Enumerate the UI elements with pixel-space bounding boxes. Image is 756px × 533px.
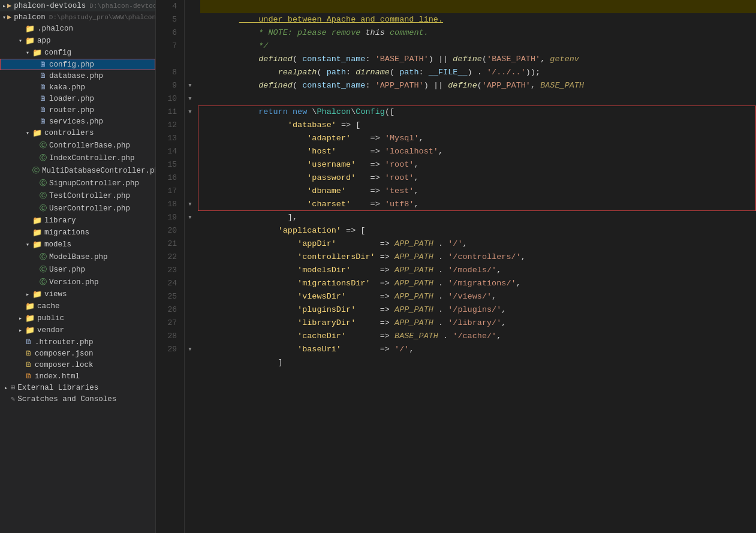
sidebar-label: database.php	[49, 72, 103, 80]
sidebar-item-external-libraries[interactable]: ⊞ External Libraries	[0, 382, 155, 393]
sidebar-item-library[interactable]: 📁 library	[0, 215, 155, 227]
folder-icon: 📁	[25, 314, 35, 323]
tree-arrow-icon	[24, 130, 31, 137]
sidebar-item-database-php[interactable]: 🗎 database.php	[0, 70, 155, 82]
project-icon: ▶	[7, 1, 11, 10]
tree-arrow-icon	[2, 384, 10, 392]
tree-arrow-icon	[2, 2, 6, 10]
sidebar-item-models[interactable]: 📁 models	[0, 239, 155, 251]
sidebar-item-scratches[interactable]: ✎ Scratches and Consoles	[0, 393, 155, 405]
sidebar-label: ControllerBase.php	[49, 141, 130, 150]
sidebar-item-router-php[interactable]: 🗎 router.php	[0, 104, 155, 116]
sidebar-label: MultiDatabaseController.php	[42, 167, 156, 175]
sidebar-label: app	[37, 37, 51, 45]
json-file-icon: 🗎	[25, 360, 32, 369]
sidebar-item-vendor[interactable]: 📁 vendor	[0, 324, 155, 336]
green-file-icon: Ⓒ	[40, 264, 47, 275]
sidebar-item-version[interactable]: Ⓒ Version.php	[0, 276, 155, 288]
sidebar-item-public[interactable]: 📁 public	[0, 312, 155, 324]
sidebar-item-config-php[interactable]: 🗎 config.php	[0, 59, 155, 70]
folder-icon: 📁	[25, 302, 35, 311]
sidebar-label: IndexController.php	[49, 154, 135, 162]
php-file-icon: 🗎	[40, 83, 47, 92]
tree-arrow-icon	[17, 37, 24, 44]
sidebar-label: config.php	[49, 61, 94, 69]
green-file-icon: Ⓒ	[40, 140, 47, 150]
code-line-4: under between Apache and command line.	[200, 0, 756, 13]
sidebar-item-views[interactable]: 📁 views	[0, 288, 155, 300]
sidebar-item-signupcontroller[interactable]: Ⓒ SignupController.php	[0, 177, 155, 189]
php-file-icon: 🗎	[40, 94, 47, 103]
folder-icon: 📁	[32, 216, 42, 225]
sidebar-item-composer-lock[interactable]: 🗎 composer.lock	[0, 359, 155, 371]
sidebar-item-cache[interactable]: 📁 cache	[0, 300, 155, 312]
code-editor[interactable]: 4 5 6 7 8 9 10 11 12 13 14 15 16 17 18 1…	[156, 0, 756, 533]
sidebar-label: UserController.php	[49, 204, 130, 213]
code-content[interactable]: under between Apache and command line. *…	[195, 0, 756, 533]
sidebar-label: loader.php	[49, 95, 94, 103]
library-icon: ⊞	[11, 383, 15, 392]
sidebar-item-config[interactable]: 📁 config	[0, 47, 155, 59]
tree-arrow-icon	[17, 315, 24, 322]
php-file-icon: 🗎	[25, 338, 32, 347]
project-icon: ▶	[7, 13, 11, 22]
sidebar-item-modelbase[interactable]: Ⓒ ModelBase.php	[0, 251, 155, 263]
sidebar-item-composer-json[interactable]: 🗎 composer.json	[0, 348, 155, 359]
sidebar-item-index-html[interactable]: 🗎 index.html	[0, 371, 155, 382]
sidebar-label: controllers	[44, 129, 94, 137]
json-file-icon: 🗎	[25, 349, 32, 358]
sidebar-label: views	[44, 290, 67, 299]
sidebar-item-app[interactable]: 📁 app	[0, 35, 155, 47]
sidebar-label: config	[44, 49, 71, 57]
sidebar-item-phalcon-folder[interactable]: 📁 .phalcon	[0, 23, 155, 35]
green-file-icon: Ⓒ	[40, 277, 47, 287]
tree-arrow-icon	[24, 291, 31, 298]
sidebar-item-indexcontroller[interactable]: Ⓒ IndexController.php	[0, 152, 155, 164]
green-file-icon: Ⓒ	[40, 191, 47, 201]
sidebar-label: migrations	[44, 228, 89, 237]
sidebar-label: SignupController.php	[49, 179, 139, 188]
sidebar-label: composer.json	[35, 350, 94, 358]
sidebar-item-kaka-php[interactable]: 🗎 kaka.php	[0, 82, 155, 93]
sidebar-path: D:\phalcon-devtools	[89, 2, 156, 10]
tree-arrow-icon	[24, 241, 31, 248]
sidebar-label: .phalcon	[37, 25, 73, 33]
sidebar-item-testcontroller[interactable]: Ⓒ TestController.php	[0, 189, 155, 202]
sidebar-item-loader-php[interactable]: 🗎 loader.php	[0, 93, 155, 104]
sidebar-label: services.php	[49, 118, 103, 126]
folder-icon: 📁	[32, 290, 42, 299]
folder-icon: 📁	[32, 48, 42, 58]
sidebar-item-multidatabasecontroller[interactable]: Ⓒ MultiDatabaseController.php	[0, 164, 155, 177]
sidebar-item-controllers[interactable]: 📁 controllers	[0, 127, 155, 139]
sidebar-item-controllerbase[interactable]: Ⓒ ControllerBase.php	[0, 139, 155, 152]
sidebar-path: D:\phpstudy_pro\WWW\phalcon	[49, 14, 156, 21]
php-file-icon: 🗎	[40, 117, 47, 126]
tree-arrow-icon	[17, 327, 24, 334]
sidebar-item-migrations[interactable]: 📁 migrations	[0, 227, 155, 239]
sidebar-label: phalcon-devtools	[14, 2, 86, 10]
folder-icon: 📁	[25, 24, 35, 34]
folder-icon: 📁	[32, 128, 42, 138]
code-line-10: return new \Phalcon\Config([	[200, 92, 756, 106]
tree-arrow-icon	[2, 14, 6, 21]
sidebar-label: User.php	[49, 266, 85, 274]
sidebar-item-phalcon-devtools[interactable]: ▶ phalcon-devtools D:\phalcon-devtools	[0, 0, 155, 11]
green-file-icon: Ⓒ	[40, 153, 47, 163]
code-line-7: defined( constant_name: 'BASE_PATH') || …	[200, 40, 756, 53]
sidebar-item-htrouter[interactable]: 🗎 .htrouter.php	[0, 336, 155, 348]
code-line-11: 'database' => [	[200, 106, 756, 119]
folder-icon: 📁	[32, 228, 42, 237]
sidebar-item-usercontroller[interactable]: Ⓒ UserController.php	[0, 202, 155, 215]
sidebar-label: External Libraries	[17, 384, 98, 392]
database-block: 'database' => [ 'adapter' => 'Mysql', 'h…	[200, 106, 756, 211]
sidebar-label: .htrouter.php	[35, 338, 94, 347]
sidebar-label: public	[37, 314, 64, 323]
green-file-icon: Ⓒ	[40, 178, 47, 188]
sidebar-item-user[interactable]: Ⓒ User.php	[0, 263, 155, 276]
sidebar-label: library	[44, 216, 76, 225]
sidebar-label: vendor	[37, 326, 64, 335]
file-tree[interactable]: ▶ phalcon-devtools D:\phalcon-devtools ▶…	[0, 0, 156, 533]
sidebar-item-phalcon-root[interactable]: ▶ phalcon D:\phpstudy_pro\WWW\phalcon	[0, 11, 155, 23]
sidebar-item-services-php[interactable]: 🗎 services.php	[0, 116, 155, 127]
gutter: ▾ ▾ ▾ ▾ ▾ ▾	[185, 0, 195, 533]
